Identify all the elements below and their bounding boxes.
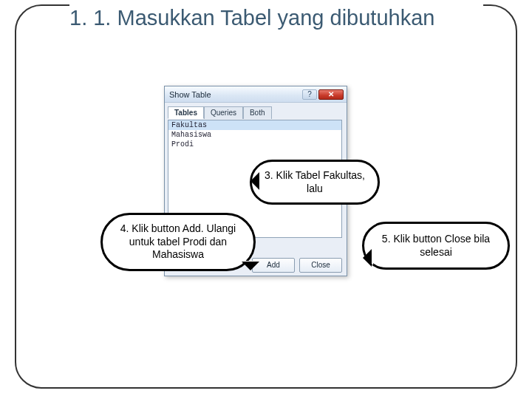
- slide-frame: 1. 1. Masukkan Tabel yang dibutuhkan Sho…: [15, 4, 517, 389]
- slide: 1. 1. Masukkan Tabel yang dibutuhkan Sho…: [0, 0, 532, 399]
- list-item[interactable]: Fakultas: [168, 120, 341, 130]
- window-buttons: ? ✕: [302, 89, 344, 100]
- window-title: Show Table: [169, 90, 302, 99]
- window-titlebar[interactable]: Show Table ? ✕: [165, 86, 347, 103]
- tab-queries[interactable]: Queries: [204, 106, 243, 119]
- dialog-actions: Add Close: [252, 258, 342, 273]
- tabstrip: Tables Queries Both: [168, 106, 344, 118]
- close-button[interactable]: Close: [299, 258, 342, 273]
- help-icon[interactable]: ?: [302, 89, 317, 100]
- slide-title: 1. 1. Masukkan Tabel yang dibutuhkan: [69, 4, 483, 35]
- close-icon[interactable]: ✕: [318, 89, 344, 100]
- tab-both[interactable]: Both: [243, 106, 272, 119]
- callout-step-5: 5. Klik button Close bila selesai: [362, 222, 510, 270]
- list-item[interactable]: Mahasiswa: [168, 130, 341, 140]
- tab-tables[interactable]: Tables: [168, 106, 204, 119]
- callout-step-3: 3. Klik Tabel Fakultas, lalu: [250, 160, 380, 205]
- callout-step-4: 4. Klik button Add. Ulangi untuk tabel P…: [100, 213, 256, 271]
- list-item[interactable]: Prodi: [168, 140, 341, 149]
